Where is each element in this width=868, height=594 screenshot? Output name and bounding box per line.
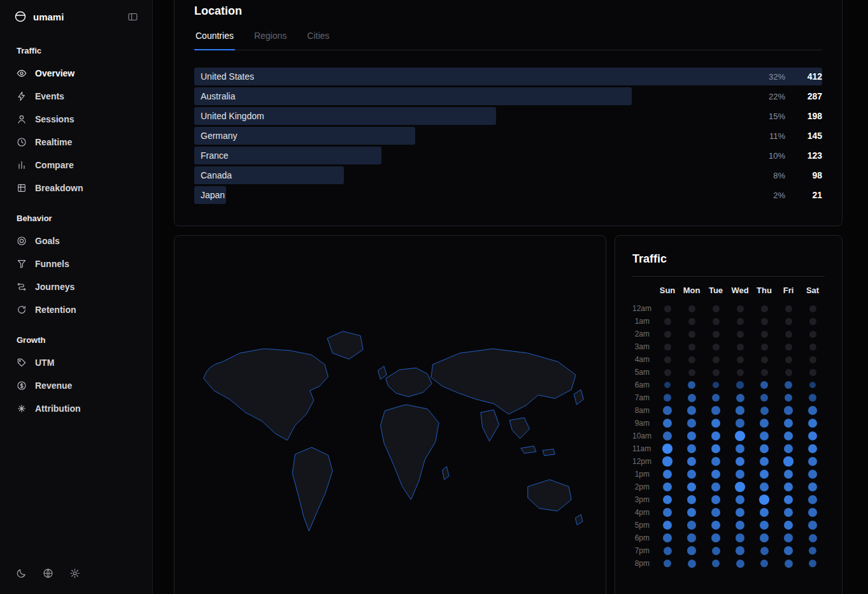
sidebar-item-funnels[interactable]: Funnels bbox=[9, 252, 143, 275]
heatmap-cell-wed-7am bbox=[728, 391, 752, 404]
heatmap-hour-7am: 7am bbox=[632, 391, 655, 404]
tab-cities[interactable]: Cities bbox=[306, 31, 331, 50]
heatmap-dot bbox=[761, 356, 768, 363]
sidebar-item-events[interactable]: Events bbox=[9, 85, 143, 108]
sidebar-item-journeys[interactable]: Journeys bbox=[9, 275, 143, 298]
country-label: Australia bbox=[194, 91, 747, 101]
sidebar-item-breakdown[interactable]: Breakdown bbox=[9, 177, 143, 199]
map-india[interactable] bbox=[481, 410, 499, 441]
heatmap-hour-6pm: 6pm bbox=[632, 532, 655, 544]
heatmap-dot bbox=[784, 431, 793, 441]
sidebar-item-utm[interactable]: UTM bbox=[9, 351, 143, 374]
country-row-japan[interactable]: Japan2%21 bbox=[194, 186, 822, 204]
heatmap-cell-mon-12pm bbox=[679, 455, 704, 468]
country-row-canada[interactable]: Canada8%98 bbox=[194, 166, 822, 184]
sidebar-item-revenue[interactable]: Revenue bbox=[9, 374, 143, 397]
heatmap-dot bbox=[783, 456, 793, 466]
heatmap-cell-sun-9am bbox=[655, 417, 679, 430]
heatmap-dot bbox=[785, 394, 793, 402]
heatmap-dot bbox=[785, 331, 792, 338]
heatmap-dot bbox=[784, 546, 793, 555]
heatmap-dot bbox=[760, 457, 769, 467]
country-row-australia[interactable]: Australia22%287 bbox=[194, 87, 822, 105]
country-row-united-states[interactable]: United States32%412 bbox=[194, 68, 822, 85]
world-map[interactable] bbox=[181, 242, 599, 594]
traffic-divider bbox=[632, 276, 825, 277]
heatmap-dot bbox=[736, 546, 744, 554]
heatmap-cell-tue-11am bbox=[704, 442, 728, 455]
heatmap-dot bbox=[760, 394, 768, 402]
map-australia[interactable] bbox=[528, 479, 571, 511]
heatmap-cell-mon-1pm bbox=[679, 468, 704, 481]
heatmap-cell-fri-6pm bbox=[776, 532, 800, 544]
country-count: 198 bbox=[785, 111, 822, 121]
location-card-title: Location bbox=[194, 4, 822, 18]
heatmap-cell-sat-7am bbox=[800, 391, 825, 404]
country-row-united-kingdom[interactable]: United Kingdom15%198 bbox=[194, 107, 822, 125]
language-button[interactable] bbox=[43, 568, 53, 581]
country-row-france[interactable]: France10%123 bbox=[194, 147, 822, 164]
sidebar-item-overview[interactable]: Overview bbox=[9, 62, 143, 85]
sidebar-item-sessions[interactable]: Sessions bbox=[9, 108, 143, 131]
country-percent: 11% bbox=[747, 131, 785, 141]
map-indonesia-east[interactable] bbox=[543, 449, 555, 456]
heatmap-dot bbox=[761, 305, 768, 312]
heatmap-dot bbox=[663, 470, 672, 479]
heatmap-cell-sun-12pm bbox=[655, 455, 679, 468]
settings-button[interactable] bbox=[69, 568, 80, 581]
country-count: 123 bbox=[785, 150, 822, 161]
heatmap-dot bbox=[735, 431, 745, 441]
user-icon bbox=[17, 114, 27, 124]
heatmap-hour-3am: 3am bbox=[632, 340, 655, 353]
map-madagascar[interactable] bbox=[443, 467, 449, 480]
map-indonesia[interactable] bbox=[521, 446, 536, 454]
heatmap-cell-fri-9am bbox=[776, 417, 800, 430]
heatmap-dot bbox=[785, 305, 792, 312]
country-percent: 22% bbox=[747, 92, 785, 101]
heatmap-cell-thu-1am bbox=[752, 315, 776, 328]
heatmap-dot bbox=[784, 419, 793, 428]
sidebar-item-goals[interactable]: Goals bbox=[9, 229, 143, 252]
map-greenland[interactable] bbox=[327, 331, 363, 359]
heatmap-cell-sat-3pm bbox=[800, 493, 825, 506]
heatmap-dot bbox=[688, 381, 696, 389]
sidebar-item-compare[interactable]: Compare bbox=[9, 154, 143, 177]
map-japan[interactable] bbox=[574, 390, 583, 405]
heatmap-cell-mon-2am bbox=[679, 328, 704, 340]
heatmap-cell-fri-12pm bbox=[776, 455, 800, 468]
map-south-america[interactable] bbox=[292, 447, 332, 531]
map-new-zealand[interactable] bbox=[575, 514, 583, 525]
theme-toggle-button[interactable] bbox=[16, 568, 27, 581]
heatmap-dot bbox=[808, 457, 817, 466]
heatmap-day-fri: Fri bbox=[776, 286, 800, 302]
heatmap-cell-wed-5am bbox=[728, 366, 752, 379]
heatmap-dot bbox=[760, 547, 769, 555]
tab-regions[interactable]: Regions bbox=[253, 31, 288, 50]
heatmap-dot bbox=[761, 318, 768, 325]
map-africa[interactable] bbox=[380, 405, 439, 500]
sidebar-item-attribution[interactable]: Attribution bbox=[9, 397, 143, 420]
map-north-america[interactable] bbox=[204, 349, 329, 440]
heatmap-dot bbox=[688, 305, 695, 312]
location-card: Location CountriesRegionsCities United S… bbox=[174, 0, 843, 226]
map-southeast-asia[interactable] bbox=[509, 417, 529, 438]
heatmap-cell-sun-4pm bbox=[655, 506, 679, 519]
heatmap-dot bbox=[809, 356, 816, 363]
collapse-sidebar-button[interactable] bbox=[127, 11, 138, 22]
heatmap-dot bbox=[712, 547, 720, 555]
sidebar-item-realtime[interactable]: Realtime bbox=[9, 131, 143, 154]
map-asia[interactable] bbox=[431, 349, 576, 414]
country-row-germany[interactable]: Germany11%145 bbox=[194, 127, 822, 145]
heatmap-dot bbox=[664, 560, 672, 568]
lightning-icon bbox=[17, 91, 27, 101]
sidebar-item-retention[interactable]: Retention bbox=[9, 298, 143, 321]
map-europe[interactable] bbox=[386, 368, 432, 396]
heatmap-cell-wed-9am bbox=[728, 417, 752, 430]
heatmap-dot bbox=[761, 331, 768, 338]
tab-countries[interactable]: Countries bbox=[194, 31, 235, 50]
heatmap-dot bbox=[737, 305, 744, 312]
heatmap-dot bbox=[808, 431, 818, 441]
heatmap-dot bbox=[761, 344, 768, 351]
map-united-kingdom[interactable] bbox=[378, 366, 387, 380]
country-percent: 10% bbox=[747, 151, 785, 161]
